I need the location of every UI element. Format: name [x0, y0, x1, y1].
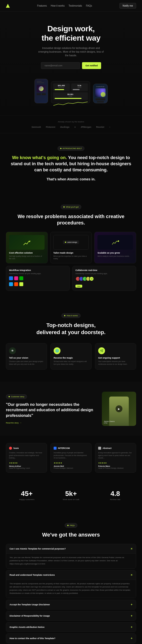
nav-links: Features How it works Testimonials FAQs [37, 4, 92, 7]
faq-question-1[interactable]: Read and understand Template restriction… [6, 570, 136, 580]
logos-grid: loom Creative, Innovative and strategic.… [6, 443, 136, 473]
icon-twitter [9, 282, 13, 286]
badge-dot [60, 148, 62, 149]
trusted-logos: Semrush Pinterest duolingo ● JPMorgan Re… [6, 126, 136, 128]
nav-testimonials[interactable]: Testimonials [68, 4, 82, 7]
faq-question-text-3: Disclaimer of Responsibility for Usage [10, 615, 50, 617]
card-design-desc: We've got the expertise to make your ide… [53, 255, 89, 260]
step-magic-icon: 🌐 [54, 347, 60, 354]
hero-cta-button[interactable]: Get notified [82, 62, 101, 69]
faq-headline: We've got the answers [6, 532, 136, 538]
stat-review-value: 4.8 [94, 490, 136, 498]
hero-headline: Design work, the efficient way [7, 24, 135, 43]
faq-item-0: Can I use Atomic Template for commercial… [6, 544, 136, 568]
faq-answer-1: The template and its components are the … [6, 580, 136, 598]
card-growth-img [9, 235, 44, 250]
step-magic: 🌐 Receive the magic Sit back and relax; … [50, 343, 92, 370]
trusted-label: Already chosen by the leaders [6, 121, 136, 123]
card-workflow-title: Workflow Integration [9, 269, 66, 272]
faq-question-0[interactable]: Can I use Atomic Template for commercial… [6, 544, 136, 554]
faq-plus-icon-4: + [131, 626, 132, 629]
faq-badge: FAQs [65, 523, 77, 528]
logo [6, 4, 10, 8]
logo-semrush: Semrush [32, 126, 41, 128]
stat-review: 4.8 Review rate [94, 490, 136, 500]
faq-item-3: Disclaimer of Responsibility for Usage + [6, 611, 136, 621]
how-badge: How it works [62, 313, 80, 318]
card-scale-img [98, 235, 133, 250]
card-scale-desc: We're ready to meet your business needs. [98, 255, 133, 258]
faq-question-text-5: How to contact the author of this Templa… [10, 637, 55, 640]
design-badge-dot [65, 242, 66, 243]
phone-mockup [34, 79, 48, 103]
arrow-icon: → [20, 422, 22, 424]
how-section: How it works Top-notch designs, delivere… [0, 300, 142, 382]
icon-slack [19, 276, 23, 280]
stat-work-label: Work done on craft [50, 498, 92, 500]
intro-section: INTRODUCING BOLT We know what's going on… [0, 134, 142, 194]
step-vision-desc: Choose a plan and share your design proj… [9, 360, 44, 366]
card-scale: Scalable as you grow We're ready to meet… [94, 232, 136, 264]
card-workflow: Workflow Integration Seamlessly connect … [6, 266, 70, 291]
logo-brand-loom: loom [9, 447, 44, 450]
logo-dot2: ○ [109, 126, 110, 128]
intercom-stars: ★★★★★ [54, 462, 88, 464]
hero-email-input[interactable] [41, 62, 80, 69]
badge-dot-4 [8, 396, 10, 397]
icon-sketch [14, 276, 18, 280]
read-more-link[interactable]: Read the story → [6, 422, 97, 424]
faq-question-text-4: Graphic Assets attribution Notice [10, 626, 44, 628]
play-button[interactable]: ▶ [116, 405, 122, 412]
card-growth-title: Cost effective solution [9, 252, 44, 254]
intercom-desc: Incredible group of people and talented … [54, 452, 88, 460]
card-workflow-desc: Seamlessly connect all your existing app… [9, 272, 66, 275]
faq-question-2[interactable]: Accept the Template Usage Disclaimer + [6, 600, 136, 609]
step-vision: 👁 Tell us your vision Choose a plan and … [6, 343, 47, 370]
abstract-title: Head of Product Design, Abstract [98, 467, 133, 469]
person-info: James Owens CTO [104, 420, 114, 424]
faq-plus-icon-5: + [131, 637, 132, 640]
faq-item-2: Accept the Template Usage Disclaimer + [6, 600, 136, 610]
faq-section: FAQs We've got the answers Can I use Ato… [0, 510, 142, 644]
logo-card-intercom: INTERCOM Incredible group of people and … [50, 443, 92, 473]
logo-revolut: Revolut [96, 126, 104, 128]
hero-subtext: Innovative design solutions for technolo… [37, 46, 105, 57]
icon-extra [19, 282, 23, 286]
faq-question-3[interactable]: Disclaimer of Responsibility for Usage + [6, 611, 136, 620]
stats-grid: 45+ Happy customers 5k+ Work done on cra… [6, 490, 136, 500]
card-design: Latest design Tailor-made design We've g… [50, 232, 92, 264]
card-collab-title: Collaborate real-time [76, 269, 133, 272]
nav-howitworks[interactable]: How it works [51, 4, 65, 7]
problems-section: What you'll get We resolve problems asso… [0, 194, 142, 301]
faq-item-1: Read and understand Template restriction… [6, 570, 136, 598]
nav-features[interactable]: Features [37, 4, 47, 7]
testimonial-badge: Customer story [6, 394, 27, 399]
abstract-icon [98, 447, 101, 450]
dashboard-mockup: $91,400 Revenue 5.1k Users $9.281 Profit [51, 81, 90, 103]
intro-badge: INTRODUCING BOLT [58, 146, 85, 151]
stat-review-label: Review rate [94, 498, 136, 500]
loom-icon [9, 447, 12, 450]
nav-cta-button[interactable]: Notify me [120, 3, 136, 8]
faq-question-text-1: Read and understand Template restriction… [10, 574, 55, 576]
logo-card-loom: loom Creative, Innovative and strategic.… [6, 443, 47, 473]
faq-question-text-0: Can I use Atomic Template for commercial… [10, 548, 66, 550]
intro-cta-line: That's when Atomic comes in. [30, 176, 112, 182]
faq-question-5[interactable]: How to contact the author of this Templa… [6, 634, 136, 643]
logo-dot1: ● [74, 126, 76, 128]
intercom-title: Product Analyst, Intercom [54, 467, 88, 469]
intercom-icon [54, 447, 56, 450]
faq-plus-icon-2: + [131, 603, 132, 606]
logo-jpmorgan: JPMorgan [80, 126, 91, 128]
card-growth: Cost effective solution Get high quality… [6, 232, 48, 264]
faq-plus-icon-3: + [131, 614, 132, 618]
avatar-extra: +2 [89, 276, 94, 281]
icon-reddit [14, 282, 18, 286]
step-magic-desc: Sit back and relax; our expert designers… [54, 360, 88, 366]
nav-faqs[interactable]: FAQs [86, 4, 92, 7]
faq-question-4[interactable]: Graphic Assets attribution Notice + [6, 622, 136, 632]
how-headline: Top-notch designs, delivered at your doo… [6, 322, 136, 336]
step-support-icon: 🌿 [98, 347, 105, 354]
stat-work-value: 5k+ [50, 490, 92, 498]
collab-avatars: +2 [76, 276, 133, 281]
